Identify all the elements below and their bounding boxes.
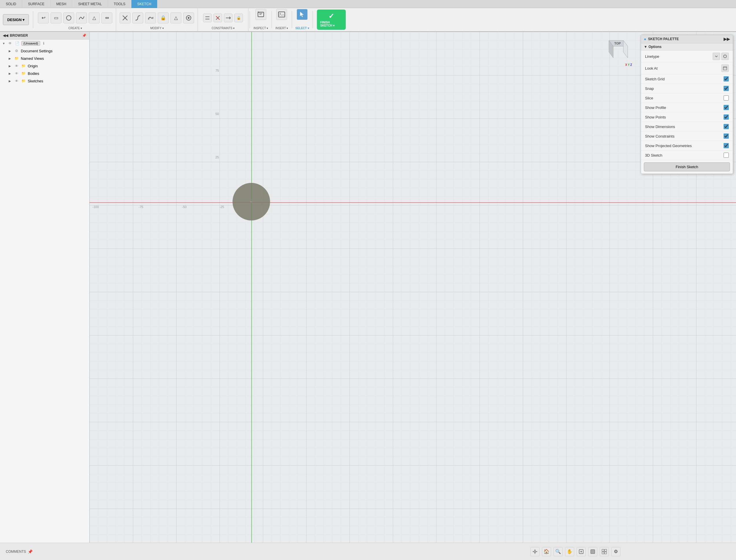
svg-rect-39: [602, 549, 604, 551]
spline-button[interactable]: [76, 12, 87, 23]
palette-row-3d-sketch: 3D Sketch: [641, 151, 733, 160]
view-cube-container[interactable]: TOP X Y Z: [600, 35, 632, 66]
browser-item-bodies[interactable]: ▶ 👁 📁 Bodies: [0, 70, 89, 77]
info-icon[interactable]: ℹ: [43, 41, 45, 45]
sketch-circle[interactable]: [233, 183, 270, 220]
design-button[interactable]: DESIGN ▾: [3, 14, 29, 25]
sketches-label: Sketches: [28, 79, 43, 83]
insert-icons: [276, 9, 287, 20]
create-label: CREATE ▾: [68, 27, 82, 30]
slice-checkbox[interactable]: [724, 95, 729, 101]
chevron-icon: [714, 54, 718, 58]
trim-button[interactable]: [120, 12, 131, 23]
canvas-area[interactable]: 75 50 25 -100 -75 -50 -25: [90, 32, 736, 543]
divider-5: [313, 11, 313, 28]
zoom-fit-btn[interactable]: [576, 547, 586, 556]
svg-point-4: [188, 17, 190, 19]
show-points-checkbox[interactable]: [724, 114, 729, 120]
project-button[interactable]: [183, 12, 194, 23]
mirror-button[interactable]: ⇔: [101, 12, 112, 23]
palette-row-look-at: Look At: [641, 62, 733, 74]
inspect-group: INSPECT ▾: [251, 8, 270, 31]
undo-button[interactable]: ↩: [38, 12, 49, 23]
tab-mesh[interactable]: MESH: [51, 0, 73, 8]
home-btn[interactable]: 🏠: [542, 547, 551, 556]
palette-row-show-profile: Show Profile: [641, 103, 733, 112]
label-x-n25: -25: [220, 205, 224, 209]
lock-button[interactable]: 🔒: [158, 12, 169, 23]
3d-sketch-checkbox[interactable]: [724, 153, 729, 158]
sketch-palette: ● SKETCH PALETTE ▶▶ ▼ Options Linetype: [641, 35, 733, 174]
label-y50: 50: [216, 112, 219, 116]
browser-title: BROWSER: [10, 34, 28, 38]
show-profile-checkbox[interactable]: [724, 105, 729, 110]
offset-button[interactable]: [145, 12, 156, 23]
polygon-button[interactable]: △: [89, 12, 100, 23]
modify-icons: 🔒 △: [120, 9, 194, 27]
arrow-icon-named-views: ▶: [9, 57, 12, 60]
insert-image-icon: [278, 10, 286, 18]
insert-group: INSERT ▾: [273, 8, 290, 31]
snap-checkbox[interactable]: [724, 86, 729, 91]
svg-text:TOP: TOP: [614, 42, 621, 45]
linetype-chevron[interactable]: [713, 53, 720, 60]
folder-icon-origin: 📁: [21, 63, 26, 68]
tab-sheet-metal[interactable]: SHEET METAL: [72, 0, 108, 8]
palette-expand-icon[interactable]: ▶▶: [724, 37, 730, 41]
tab-solid[interactable]: SOLID: [0, 0, 22, 8]
constraint-parallel[interactable]: [203, 14, 212, 22]
browser-item-doc-settings[interactable]: ▶ ⚙ Document Settings: [0, 47, 89, 55]
palette-row-show-constraints: Show Constraints: [641, 131, 733, 141]
tab-tools[interactable]: TOOLS: [108, 0, 131, 8]
scale-button[interactable]: △: [171, 12, 181, 23]
inspect-icons: [255, 9, 266, 20]
display-mode-btn[interactable]: [588, 547, 597, 556]
show-dimensions-checkbox[interactable]: [724, 124, 729, 129]
linetype-circle-btn[interactable]: [721, 53, 729, 60]
inspect-button[interactable]: [255, 9, 266, 20]
finish-sketch-palette-button[interactable]: Finish Sketch: [644, 162, 730, 171]
palette-row-sketch-grid: Sketch Grid: [641, 74, 733, 84]
view-options-btn[interactable]: ⚙: [611, 547, 620, 556]
tab-sketch[interactable]: SKETCH: [131, 0, 157, 8]
pan-btn[interactable]: ✋: [565, 547, 574, 556]
doc-icon: 📄: [14, 41, 20, 46]
browser-item-named-views[interactable]: ▶ 📁 Named Views: [0, 55, 89, 62]
show-constraints-checkbox[interactable]: [724, 133, 729, 139]
browser-collapse-icon[interactable]: ◀◀: [3, 34, 8, 38]
parallel-icon: [205, 15, 210, 21]
constraints-label: CONSTRAINTS ▾: [212, 27, 235, 30]
project-icon: [186, 15, 192, 21]
select-button[interactable]: [297, 9, 308, 20]
palette-row-slice: Slice: [641, 93, 733, 103]
show-projected-checkbox[interactable]: [724, 143, 729, 148]
browser-pin-icon[interactable]: 📌: [82, 34, 86, 38]
circle-button[interactable]: [63, 12, 74, 23]
constraint-lock[interactable]: 🔒: [234, 14, 243, 22]
tab-surface[interactable]: SURFACE: [22, 0, 51, 8]
browser-item-doc[interactable]: ▼ 👁 📄 (Unsaved) ℹ: [0, 40, 89, 47]
browser-item-origin[interactable]: ▶ 👁 📁 Origin: [0, 62, 89, 70]
grid-toggle-btn[interactable]: [600, 547, 609, 556]
browser-item-sketches[interactable]: ▶ 👁 📁 Sketches: [0, 77, 89, 85]
horizontal-icon: [225, 15, 231, 21]
insert-label: INSERT ▾: [275, 27, 288, 30]
calendar-icon: [723, 66, 727, 70]
constraint-perpendicular[interactable]: [214, 14, 222, 22]
finish-sketch-button[interactable]: ✓ FINISH SKETCH ▾: [317, 10, 346, 30]
rectangle-button[interactable]: ▭: [51, 12, 62, 23]
comments-pin-icon[interactable]: 📌: [28, 549, 33, 554]
zoom-fit-icon: [579, 549, 584, 554]
look-at-button[interactable]: [721, 64, 729, 72]
palette-circle-icon: ●: [644, 37, 646, 41]
insert-image-button[interactable]: [276, 9, 287, 20]
zoom-btn[interactable]: 🔍: [553, 547, 563, 556]
inspect-label: INSPECT ▾: [253, 27, 268, 30]
constraint-horizontal[interactable]: [224, 14, 233, 22]
origin-btn[interactable]: [530, 547, 539, 556]
x-axis: [90, 202, 736, 203]
palette-row-snap: Snap: [641, 84, 733, 93]
sketch-grid-checkbox[interactable]: [724, 76, 729, 81]
fillet-button[interactable]: [132, 12, 143, 23]
eye-icon-origin: 👁: [14, 63, 19, 68]
